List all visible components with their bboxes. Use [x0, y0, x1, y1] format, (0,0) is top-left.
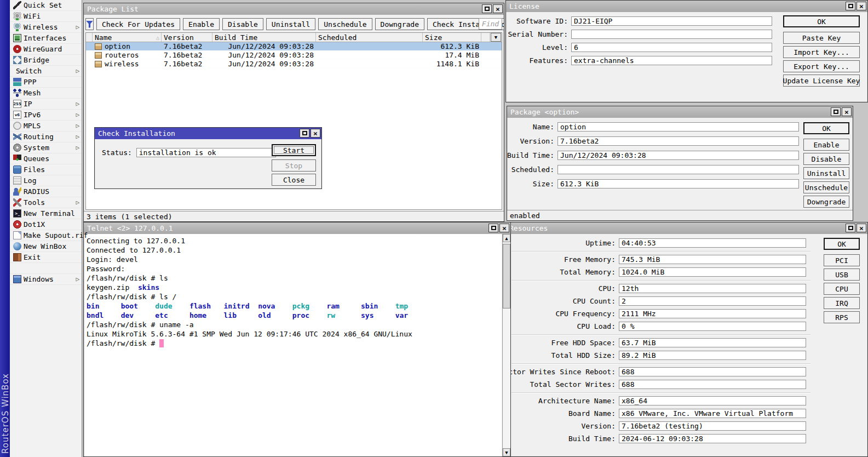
license-ok-button[interactable]: OK [783, 15, 860, 27]
maximize-button[interactable] [488, 224, 498, 232]
sidebar-item-exit[interactable]: Exit [10, 252, 82, 263]
unschedule-button[interactable]: Unschedule [318, 18, 372, 30]
status-field[interactable]: installation is ok [136, 148, 276, 157]
sidebar-item-ip[interactable]: 255IP▷ [10, 99, 82, 110]
sidebar-item-windows[interactable]: Windows▷ [10, 274, 82, 285]
terminal-scrollbar[interactable]: ▲ ▼ [502, 234, 510, 456]
resources-value-build-time[interactable]: 2024-06-12 09:03:28 [619, 434, 806, 443]
resources-value-total-sector-writes[interactable]: 688 [619, 380, 806, 389]
close-button[interactable]: × [842, 107, 852, 116]
package-option-value-version[interactable]: 7.16beta2 [557, 136, 799, 146]
sidebar-item-quick-set[interactable]: Quick Set [10, 0, 82, 11]
package-option-unschedule-button[interactable]: Unschedule [803, 181, 849, 193]
resources-irq-button[interactable]: IRQ [824, 297, 860, 309]
sidebar-item-wifi[interactable]: WiFi [10, 11, 82, 22]
maximize-button[interactable] [482, 4, 492, 13]
enable-button[interactable]: Enable [183, 18, 220, 30]
find-input[interactable]: Find [479, 18, 502, 30]
column-select-button[interactable]: ▼ [491, 33, 501, 42]
column-header-scheduled[interactable]: Scheduled [316, 33, 423, 42]
sidebar-item-bridge[interactable]: Bridge [10, 55, 82, 66]
check-for-updates-button[interactable]: Check For Updates [96, 18, 180, 30]
scrollbar-thumb[interactable] [503, 244, 510, 309]
sidebar-item-radius[interactable]: RADIUS [10, 186, 82, 197]
package-option-disable-button[interactable]: Disable [803, 153, 849, 165]
column-header-size[interactable]: Size [423, 33, 481, 42]
package-row-option[interactable]: option7.16beta2Jun/12/2024 09:03:28612.3… [86, 42, 502, 51]
package-option-value-scheduled[interactable] [557, 165, 799, 174]
maximize-button[interactable] [846, 224, 855, 232]
resources-pci-button[interactable]: PCI [824, 254, 860, 266]
sidebar-item-log[interactable]: Log [10, 175, 82, 186]
scroll-down-icon[interactable]: ▼ [503, 448, 510, 456]
package-row-wireless[interactable]: wireless7.16beta2Jun/12/2024 09:03:28114… [86, 60, 502, 68]
column-header-version[interactable]: Version [162, 33, 212, 42]
license-value-serial-number[interactable] [571, 30, 772, 39]
maximize-button[interactable] [831, 107, 841, 116]
package-option-value-size[interactable]: 612.3 KiB [557, 179, 799, 188]
package-option-uninstall-button[interactable]: Uninstall [803, 167, 849, 179]
start-button[interactable]: Start [272, 144, 316, 156]
disable-button[interactable]: Disable [222, 18, 263, 30]
package-row-routeros[interactable]: routeros7.16beta2Jun/12/2024 09:03:2817.… [86, 51, 502, 60]
package-option-value-name[interactable]: option [557, 122, 799, 132]
sidebar-item-switch[interactable]: Switch▷ [10, 66, 82, 77]
package-list-titlebar[interactable]: Package List × [84, 3, 504, 15]
sidebar-item-files[interactable]: Files [10, 164, 82, 175]
package-option-titlebar[interactable]: Package <option> × [507, 106, 853, 118]
close-button[interactable]: × [311, 129, 320, 138]
sidebar-item-mpls[interactable]: MPLS▷ [10, 121, 82, 132]
maximize-button[interactable] [846, 2, 855, 10]
column-header-blank[interactable] [481, 33, 490, 42]
terminal-output[interactable]: Connecting to 127.0.0.1Connected to 127.… [85, 234, 502, 456]
resources-titlebar[interactable]: Resources × [506, 222, 867, 234]
package-option-enable-button[interactable]: Enable [803, 139, 849, 151]
resources-value-sector-writes-since-reboot[interactable]: 688 [619, 367, 806, 376]
filter-button[interactable] [85, 18, 94, 30]
sidebar-item-interfaces[interactable]: Interfaces [10, 33, 82, 44]
resources-value-version[interactable]: 7.16beta2 (testing) [619, 421, 806, 431]
license-value-features[interactable]: extra-channels [571, 56, 772, 65]
license-value-level[interactable]: 6 [571, 43, 772, 52]
license-import-key-button[interactable]: Import Key... [783, 46, 860, 58]
sidebar-item-tools[interactable]: Tools▷ [10, 197, 82, 208]
resources-value-cpu-load[interactable]: 0 % [619, 322, 806, 331]
resources-value-cpu-count[interactable]: 2 [619, 296, 806, 306]
close-button[interactable]: × [493, 4, 503, 13]
downgrade-button[interactable]: Downgrade [375, 18, 424, 30]
resources-value-uptime[interactable]: 04:40:53 [619, 238, 806, 248]
sidebar-item-make-supout-rif[interactable]: Make Supout.rif [10, 230, 82, 241]
sidebar-item-queues[interactable]: Queues [10, 153, 82, 164]
sidebar-item-new-terminal[interactable]: >_New Terminal [10, 208, 82, 219]
resources-usb-button[interactable]: USB [824, 269, 860, 281]
close-button[interactable]: × [499, 224, 509, 232]
resources-value-total-memory[interactable]: 1024.0 MiB [619, 267, 806, 277]
column-header-name[interactable]: Name△ [93, 33, 162, 42]
sidebar-item-dot1x[interactable]: Dot1X [10, 219, 82, 230]
resources-value-board-name[interactable]: x86 VMware, Inc. VMware Virtual Platform [619, 409, 806, 418]
license-value-software-id[interactable]: DJ21-EIQP [571, 16, 772, 26]
license-update-license-key-button[interactable]: Update License Key [783, 75, 860, 87]
license-titlebar[interactable]: License × [506, 1, 867, 12]
sidebar-item-system[interactable]: System▷ [10, 142, 82, 153]
package-option-value-build-time[interactable]: Jun/12/2024 09:03:28 [557, 151, 799, 160]
sidebar-item-wireguard[interactable]: WireGuard [10, 44, 82, 55]
sidebar-item-mesh[interactable]: Mesh [10, 88, 82, 99]
resources-value-total-hdd-size[interactable]: 89.2 MiB [619, 351, 806, 360]
close-button[interactable]: × [856, 2, 866, 10]
scroll-up-icon[interactable]: ▲ [503, 234, 510, 242]
package-option-downgrade-button[interactable]: Downgrade [803, 196, 849, 208]
resources-value-free-memory[interactable]: 745.3 MiB [619, 255, 806, 264]
maximize-button[interactable] [300, 129, 309, 138]
uninstall-button[interactable]: Uninstall [266, 18, 315, 30]
sidebar-item-routing[interactable]: Routing▷ [10, 132, 82, 142]
column-header-build-time[interactable]: Build Time [212, 33, 316, 42]
resources-value-architecture-name[interactable]: x86_64 [619, 396, 806, 405]
license-paste-key-button[interactable]: Paste Key [783, 32, 860, 44]
license-export-key-button[interactable]: Export Key... [783, 60, 860, 72]
telnet-titlebar[interactable]: Telnet <2> 127.0.0.1 × [84, 222, 510, 234]
check-installation-titlebar[interactable]: Check Installation × [95, 128, 321, 139]
resources-rps-button[interactable]: RPS [824, 311, 860, 323]
close-button[interactable]: × [856, 224, 866, 232]
resources-value-cpu[interactable]: 12th [619, 284, 806, 293]
